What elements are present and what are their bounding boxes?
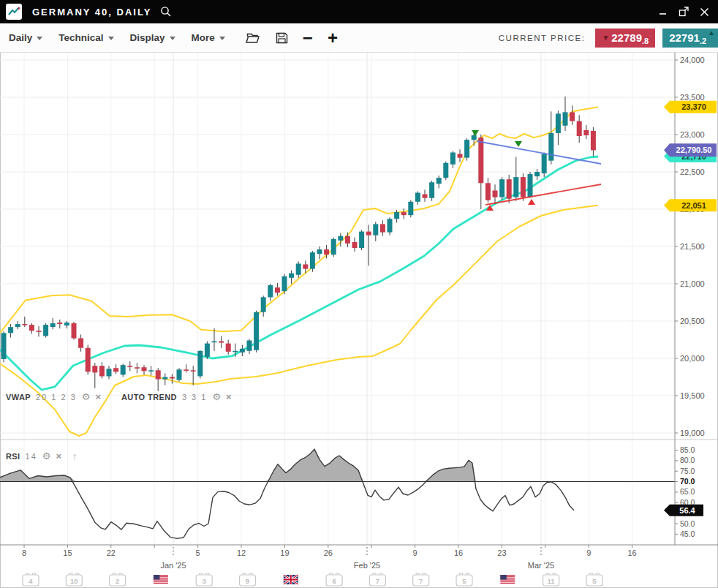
open-file-icon[interactable] (246, 32, 260, 44)
rsi-line (0, 449, 574, 538)
month-separator-dot (173, 554, 174, 555)
candle-body (373, 224, 378, 235)
price-axis-label: 22,500 (680, 167, 705, 176)
title-bar: GERMANY 40, DAILY (0, 0, 718, 23)
price-axis-label: 21,000 (680, 279, 705, 288)
price-tag-label: 56.4 (679, 506, 695, 515)
autotrend-remove-icon[interactable]: × (226, 392, 232, 402)
candle-body (37, 331, 42, 332)
candle-body (233, 351, 238, 353)
save-icon[interactable] (276, 32, 288, 44)
candle-body (107, 369, 112, 376)
price-axis-label: 19,500 (680, 391, 705, 400)
time-axis-label: 16 (627, 549, 636, 557)
candle-body (338, 236, 343, 241)
bid-price-badge: ▼ 22789 .8 (595, 29, 655, 48)
calendar-event-count: 11 (548, 577, 556, 585)
chart-canvas[interactable]: 24,00023,50023,00022,50022,00021,50021,0… (0, 0, 718, 588)
candle-body (72, 323, 77, 338)
candle-body (197, 351, 203, 377)
rsi-expand-arrow-icon[interactable]: ↑ (72, 451, 78, 461)
zoom-in-button[interactable]: + (328, 31, 338, 45)
ask-price-value: 22791 (669, 31, 700, 44)
search-icon[interactable] (160, 6, 172, 18)
menu-display[interactable]: Display (130, 32, 175, 43)
candle-body (352, 242, 358, 248)
candle-body (317, 249, 322, 254)
calendar-event-count: 4 (29, 577, 33, 585)
calendar-event-count: 6 (332, 577, 336, 585)
menu-more[interactable]: More (192, 32, 225, 43)
candle-body (485, 183, 491, 200)
close-button[interactable] (696, 4, 712, 20)
candle-body (1, 333, 7, 359)
trading-app-window: 24,00023,50023,00022,50022,00021,50021,0… (0, 0, 718, 588)
autotrend-legend-params: 3 3 1 (182, 393, 207, 402)
menu-timeframe[interactable]: Daily (9, 32, 42, 43)
candle-body (534, 172, 540, 176)
candle-body (177, 369, 182, 380)
month-separator-dot (173, 551, 174, 552)
candle-body (50, 323, 56, 327)
restore-button[interactable] (676, 4, 692, 20)
zoom-out-button[interactable]: − (303, 31, 313, 45)
time-axis-label: 9 (586, 549, 591, 557)
rsi-remove-icon[interactable]: × (56, 451, 61, 461)
us-flag-icon[interactable] (500, 575, 515, 584)
month-label: Feb '25 (354, 561, 380, 570)
rsi-axis-label: 50.0 (680, 519, 695, 528)
candle-body (458, 154, 463, 158)
month-separator-dot (366, 554, 368, 555)
minimize-button[interactable] (655, 4, 671, 20)
candle-body (22, 324, 27, 325)
candle-body (191, 370, 196, 372)
candle-body (15, 324, 20, 327)
vwap-settings-gear-icon[interactable]: ⚙ (82, 392, 91, 402)
candle-body (563, 112, 568, 125)
time-axis-label: 16 (454, 549, 463, 557)
candle-body (29, 325, 34, 331)
menu-technical[interactable]: Technical (58, 32, 113, 43)
candle-body (408, 202, 413, 215)
sell-signal-arrow-icon (472, 130, 479, 136)
candle-body (254, 312, 259, 350)
ask-price-badge: 22791 .2 ▲ (662, 29, 718, 48)
price-axis-label: 21,500 (680, 242, 705, 251)
autotrend-legend-name: AUTO TREND (121, 393, 177, 402)
vwap-legend-params: 20 1 2 3 (36, 393, 77, 402)
menu-more-label: More (192, 32, 215, 43)
window-controls (655, 4, 712, 20)
rsi-legend-params: 14 (26, 452, 37, 461)
candle-body (401, 212, 407, 215)
time-axis-label: 26 (324, 549, 333, 557)
candle-body (521, 177, 526, 197)
resistance-trend-line (477, 141, 601, 164)
candle-body (156, 370, 161, 379)
rsi-axis-label: 80.0 (680, 456, 695, 464)
candle-body (478, 137, 483, 183)
rsi-axis-label: 75.0 (680, 467, 695, 475)
candle-body (78, 338, 83, 347)
candle-body (148, 370, 154, 372)
price-axis-label: 23,500 (680, 93, 705, 102)
candle-body (289, 274, 294, 278)
vwap-remove-icon[interactable]: × (95, 392, 101, 402)
price-axis-label: 24,000 (680, 56, 705, 64)
menu-display-label: Display (130, 32, 165, 43)
candle-body (310, 252, 315, 268)
autotrend-settings-gear-icon[interactable]: ⚙ (212, 392, 221, 402)
time-axis-label: 15 (63, 549, 72, 557)
us-flag-icon[interactable] (154, 575, 168, 584)
candle-body (583, 130, 589, 135)
candle-body (577, 121, 582, 136)
candle-body (170, 377, 175, 379)
candle-body (394, 212, 399, 219)
rsi-settings-gear-icon[interactable]: ⚙ (42, 451, 51, 461)
candle-body (415, 193, 420, 202)
calendar-event-count: 5 (462, 577, 466, 585)
uk-flag-icon[interactable] (284, 575, 298, 584)
candle-body (556, 113, 561, 133)
price-axis-label: 20,500 (680, 317, 705, 325)
price-tag-label: 22,051 (681, 201, 706, 210)
month-separator-dot (540, 547, 542, 549)
